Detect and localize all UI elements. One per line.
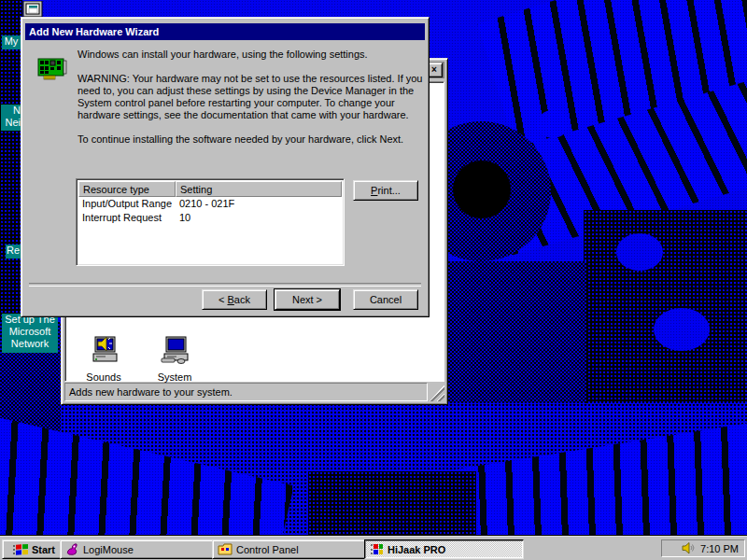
desktop-label-text: Microsoft [2,326,58,338]
column-header-resource-type[interactable]: Resource type [78,181,176,197]
wizard-warning: WARNING: Your hardware may not be set to… [78,73,432,121]
system-tray: 7:10 PM [661,539,745,557]
resource-table[interactable]: Resource type Setting Input/Output Range… [76,178,345,266]
wallpaper-patch [308,471,476,537]
desktop-label-recycle-bin[interactable]: Re [6,245,21,259]
separator [29,283,421,287]
print-button[interactable]: Print... [353,180,418,201]
task-label: HiJaak PRO [388,544,445,555]
cancel-button[interactable]: Cancel [353,289,418,310]
task-button-logimouse[interactable]: LogiMouse [60,539,219,559]
hijaak-pro-icon [370,543,384,556]
desktop-label-my-computer[interactable]: My [2,35,21,49]
wizard-title: Add New Hardware Wizard [29,26,159,37]
wallpaper-highlight [654,308,710,351]
taskbar: Start LogiMouse Control Panel [0,536,747,560]
table-row[interactable]: Input/Output Range 0210 - 021F [78,197,342,211]
add-new-hardware-wizard-dialog: Add New Hardware Wizard Windows can inst… [21,17,430,317]
desktop-label-msn-setup[interactable]: Set up The Microsoft Network [2,314,58,353]
task-button-hijaak-pro[interactable]: HiJaak PRO [364,539,524,559]
wallpaper-highlight [537,110,569,138]
cell-resource: Interrupt Request [78,211,176,225]
status-text-pane: Adds new hardware to your system. [64,383,428,401]
hardware-card-icon [36,53,68,87]
desktop-label-network-neighborhood[interactable]: N Nei [1,105,21,131]
control-panel-item-label: System [151,371,198,383]
desktop-label-text: Re [7,245,20,256]
windows-logo-icon [13,543,28,556]
wizard-titlebar[interactable]: Add New Hardware Wizard [25,23,425,40]
cell-setting: 0210 - 021F [176,197,342,211]
start-label: Start [32,544,55,555]
logimouse-icon [65,542,79,556]
column-header-setting[interactable]: Setting [176,181,342,197]
task-button-control-panel[interactable]: Control Panel [212,539,372,559]
control-panel-item-sounds[interactable]: Sounds [80,336,127,383]
desktop-label-text: My [5,35,19,47]
back-button[interactable]: < Back [202,289,267,310]
control-panel-item-label: Sounds [80,371,127,383]
volume-icon[interactable] [682,541,696,555]
wizard-continue: To continue installing the software need… [78,133,432,146]
cell-setting: 10 [176,211,342,225]
resource-table-header: Resource type Setting [78,181,342,197]
control-panel-item-system[interactable]: System [151,336,198,383]
control-panel-folder-icon [218,543,233,555]
status-text: Adds new hardware to your system. [69,386,233,398]
task-label: LogiMouse [83,544,134,555]
resize-grip[interactable] [430,385,444,401]
wizard-body-text: Windows can install your hardware, using… [78,49,432,158]
table-row[interactable]: Interrupt Request 10 [78,211,342,225]
wallpaper-highlight [616,233,663,271]
start-button[interactable]: Start [2,539,66,559]
system-icon [159,336,190,368]
desktop-label-text: Network [2,338,58,350]
wallpaper-speaker-core [453,161,511,218]
next-button[interactable]: Next > [275,289,340,310]
desktop-label-text: N [1,105,21,117]
desktop-label-text: Nei [1,117,21,129]
task-label: Control Panel [236,544,299,555]
wizard-intro: Windows can install your hardware, using… [78,49,432,61]
tray-clock[interactable]: 7:10 PM [700,543,739,554]
desktop: My N Nei Re Set up The Microsoft Network… [0,0,747,560]
control-panel-statusbar: Adds new hardware to your system. [64,383,444,401]
sounds-icon [88,336,120,368]
cell-resource: Input/Output Range [78,197,176,211]
